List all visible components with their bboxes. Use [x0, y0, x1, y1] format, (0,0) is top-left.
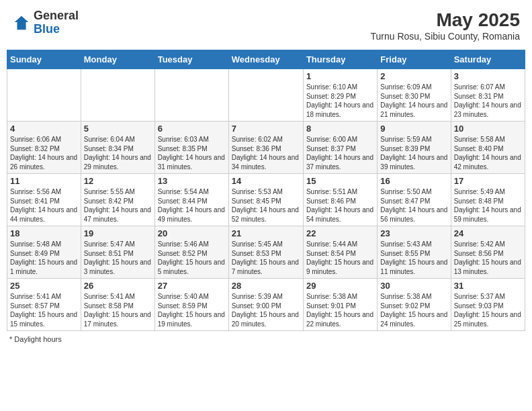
- day-number: 3: [454, 71, 522, 81]
- day-cell: [154, 69, 228, 122]
- week-row-4: 18Sunrise: 5:48 AMSunset: 8:49 PMDayligh…: [7, 226, 525, 279]
- day-cell: 18Sunrise: 5:48 AMSunset: 8:49 PMDayligh…: [7, 226, 81, 279]
- day-number: 21: [232, 228, 300, 238]
- day-cell: 31Sunrise: 5:37 AMSunset: 9:03 PMDayligh…: [451, 279, 525, 331]
- day-cell: 4Sunrise: 6:06 AMSunset: 8:32 PMDaylight…: [7, 122, 81, 174]
- day-number: 29: [306, 281, 374, 291]
- day-cell: 25Sunrise: 5:41 AMSunset: 8:57 PMDayligh…: [7, 279, 81, 331]
- day-cell: 14Sunrise: 5:53 AMSunset: 8:45 PMDayligh…: [228, 174, 303, 226]
- day-number: 19: [84, 228, 152, 238]
- footer-note: * Daylight hours: [7, 335, 525, 343]
- day-number: 31: [454, 281, 522, 291]
- day-number: 27: [158, 281, 226, 291]
- day-cell: 3Sunrise: 6:07 AMSunset: 8:31 PMDaylight…: [451, 69, 525, 122]
- day-info: Sunrise: 5:47 AMSunset: 8:51 PMDaylight:…: [84, 240, 152, 276]
- day-number: 23: [380, 228, 447, 238]
- day-info: Sunrise: 6:09 AMSunset: 8:30 PMDaylight:…: [380, 83, 447, 119]
- day-info: Sunrise: 5:44 AMSunset: 8:54 PMDaylight:…: [306, 240, 374, 276]
- day-number: 13: [158, 176, 226, 186]
- day-info: Sunrise: 5:42 AMSunset: 8:56 PMDaylight:…: [454, 240, 522, 276]
- logo-icon: [12, 13, 31, 32]
- day-info: Sunrise: 6:02 AMSunset: 8:36 PMDaylight:…: [232, 135, 300, 171]
- calendar-title: May 2025: [370, 9, 520, 31]
- day-cell: 12Sunrise: 5:55 AMSunset: 8:42 PMDayligh…: [81, 174, 154, 226]
- day-info: Sunrise: 6:03 AMSunset: 8:35 PMDaylight:…: [158, 135, 226, 171]
- day-number: 1: [306, 71, 374, 81]
- col-header-wednesday: Wednesday: [228, 50, 303, 69]
- logo-general: General: [34, 9, 79, 23]
- day-info: Sunrise: 5:37 AMSunset: 9:03 PMDaylight:…: [454, 292, 522, 328]
- day-info: Sunrise: 5:46 AMSunset: 8:52 PMDaylight:…: [158, 240, 226, 276]
- week-row-2: 4Sunrise: 6:06 AMSunset: 8:32 PMDaylight…: [7, 122, 525, 174]
- week-row-5: 25Sunrise: 5:41 AMSunset: 8:57 PMDayligh…: [7, 279, 525, 331]
- day-info: Sunrise: 6:06 AMSunset: 8:32 PMDaylight:…: [10, 135, 78, 171]
- day-number: 9: [380, 124, 447, 134]
- day-info: Sunrise: 5:49 AMSunset: 8:48 PMDaylight:…: [454, 187, 522, 224]
- day-info: Sunrise: 5:59 AMSunset: 8:39 PMDaylight:…: [380, 135, 447, 171]
- col-header-tuesday: Tuesday: [154, 50, 228, 69]
- footer-text: Daylight hours: [14, 335, 61, 343]
- day-cell: 22Sunrise: 5:44 AMSunset: 8:54 PMDayligh…: [303, 226, 377, 279]
- day-info: Sunrise: 5:50 AMSunset: 8:47 PMDaylight:…: [380, 187, 447, 224]
- day-info: Sunrise: 6:07 AMSunset: 8:31 PMDaylight:…: [454, 83, 522, 119]
- day-number: 6: [158, 124, 226, 134]
- svg-marker-0: [15, 16, 29, 30]
- day-info: Sunrise: 5:53 AMSunset: 8:45 PMDaylight:…: [232, 187, 300, 224]
- day-info: Sunrise: 5:45 AMSunset: 8:53 PMDaylight:…: [232, 240, 300, 276]
- day-cell: 9Sunrise: 5:59 AMSunset: 8:39 PMDaylight…: [378, 122, 451, 174]
- day-info: Sunrise: 5:55 AMSunset: 8:42 PMDaylight:…: [84, 187, 152, 224]
- day-info: Sunrise: 6:10 AMSunset: 8:29 PMDaylight:…: [306, 83, 374, 119]
- day-number: 15: [306, 176, 374, 186]
- col-header-saturday: Saturday: [451, 50, 525, 69]
- day-cell: 30Sunrise: 5:38 AMSunset: 9:02 PMDayligh…: [378, 279, 451, 331]
- day-number: 20: [158, 228, 226, 238]
- day-number: 4: [10, 124, 78, 134]
- day-info: Sunrise: 5:40 AMSunset: 8:59 PMDaylight:…: [158, 292, 226, 328]
- day-number: 7: [232, 124, 300, 134]
- day-cell: 28Sunrise: 5:39 AMSunset: 9:00 PMDayligh…: [228, 279, 303, 331]
- day-cell: 5Sunrise: 6:04 AMSunset: 8:34 PMDaylight…: [81, 122, 154, 174]
- day-cell: 21Sunrise: 5:45 AMSunset: 8:53 PMDayligh…: [228, 226, 303, 279]
- day-cell: [81, 69, 154, 122]
- day-cell: 24Sunrise: 5:42 AMSunset: 8:56 PMDayligh…: [451, 226, 525, 279]
- calendar-header-row: SundayMondayTuesdayWednesdayThursdayFrid…: [7, 50, 525, 69]
- day-cell: 1Sunrise: 6:10 AMSunset: 8:29 PMDaylight…: [303, 69, 377, 122]
- day-number: 2: [380, 71, 447, 81]
- day-cell: [228, 69, 303, 122]
- day-cell: 6Sunrise: 6:03 AMSunset: 8:35 PMDaylight…: [154, 122, 228, 174]
- day-number: 8: [306, 124, 374, 134]
- day-number: 30: [380, 281, 447, 291]
- day-cell: 7Sunrise: 6:02 AMSunset: 8:36 PMDaylight…: [228, 122, 303, 174]
- day-info: Sunrise: 5:41 AMSunset: 8:57 PMDaylight:…: [10, 292, 78, 328]
- day-info: Sunrise: 6:00 AMSunset: 8:37 PMDaylight:…: [306, 135, 374, 171]
- day-cell: [7, 69, 81, 122]
- day-number: 10: [454, 124, 522, 134]
- day-number: 12: [84, 176, 152, 186]
- day-info: Sunrise: 5:38 AMSunset: 9:01 PMDaylight:…: [306, 292, 374, 328]
- week-row-1: 1Sunrise: 6:10 AMSunset: 8:29 PMDaylight…: [7, 69, 525, 122]
- logo-blue: Blue: [34, 23, 79, 36]
- day-cell: 2Sunrise: 6:09 AMSunset: 8:30 PMDaylight…: [378, 69, 451, 122]
- day-info: Sunrise: 5:51 AMSunset: 8:46 PMDaylight:…: [306, 187, 374, 224]
- calendar-subtitle: Turnu Rosu, Sibiu County, Romania: [370, 31, 520, 42]
- day-info: Sunrise: 5:38 AMSunset: 9:02 PMDaylight:…: [380, 292, 447, 328]
- logo: General Blue: [12, 9, 79, 36]
- day-number: 17: [454, 176, 522, 186]
- day-info: Sunrise: 6:04 AMSunset: 8:34 PMDaylight:…: [84, 135, 152, 171]
- col-header-thursday: Thursday: [303, 50, 377, 69]
- day-cell: 10Sunrise: 5:58 AMSunset: 8:40 PMDayligh…: [451, 122, 525, 174]
- day-cell: 19Sunrise: 5:47 AMSunset: 8:51 PMDayligh…: [81, 226, 154, 279]
- calendar-table: SundayMondayTuesdayWednesdayThursdayFrid…: [7, 50, 525, 331]
- page-header: General Blue May 2025 Turnu Rosu, Sibiu …: [7, 7, 525, 44]
- day-info: Sunrise: 5:39 AMSunset: 9:00 PMDaylight:…: [232, 292, 300, 328]
- day-number: 18: [10, 228, 78, 238]
- day-cell: 29Sunrise: 5:38 AMSunset: 9:01 PMDayligh…: [303, 279, 377, 331]
- day-number: 25: [10, 281, 78, 291]
- day-cell: 11Sunrise: 5:56 AMSunset: 8:41 PMDayligh…: [7, 174, 81, 226]
- day-number: 14: [232, 176, 300, 186]
- day-number: 22: [306, 228, 374, 238]
- day-number: 28: [232, 281, 300, 291]
- day-info: Sunrise: 5:41 AMSunset: 8:58 PMDaylight:…: [84, 292, 152, 328]
- day-cell: 13Sunrise: 5:54 AMSunset: 8:44 PMDayligh…: [154, 174, 228, 226]
- col-header-sunday: Sunday: [7, 50, 81, 69]
